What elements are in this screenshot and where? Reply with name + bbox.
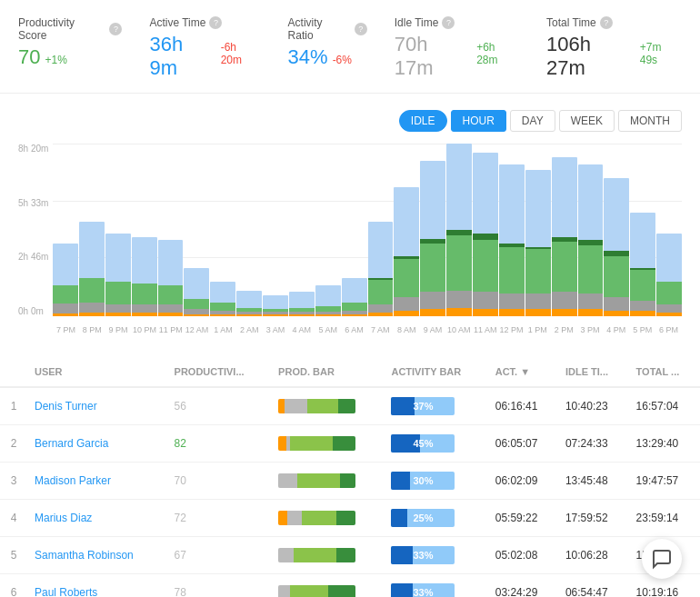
pb-green-light <box>290 436 333 451</box>
activity-bar: 45% <box>391 434 455 453</box>
chat-button[interactable] <box>642 539 682 579</box>
col-total-time: TOTAL ... <box>629 357 700 387</box>
x-label: 1 AM <box>210 321 236 343</box>
x-label: 10 PM <box>131 321 157 343</box>
productivity-label: Productivity Score <box>18 16 105 42</box>
activity-pct: 45% <box>413 438 433 449</box>
col-activity-bar: ACTIVITY BAR <box>384 357 487 387</box>
x-label: 4 AM <box>288 321 315 343</box>
user-name[interactable]: Marius Diaz <box>27 500 167 537</box>
bar-group <box>368 144 394 316</box>
pb-gray <box>285 399 308 413</box>
activity-pct: 30% <box>413 475 433 486</box>
table-row: 6 Paul Roberts 78 33% 03:24:29 06:54:47 … <box>0 574 700 598</box>
x-label: 7 AM <box>367 321 394 343</box>
row-num: 6 <box>0 574 27 598</box>
user-name[interactable]: Denis Turner <box>27 387 167 425</box>
total-time-help-icon[interactable]: ? <box>600 16 613 29</box>
stat-activity-ratio: Activity Ratio ? 34% -6% <box>288 16 367 80</box>
bar-stack <box>289 292 315 316</box>
hour-button[interactable]: HOUR <box>451 110 506 132</box>
stat-active-time: Active Time ? 36h 9m -6h 20m <box>149 16 260 80</box>
x-label: 11 AM <box>472 321 498 343</box>
day-button[interactable]: DAY <box>510 110 555 132</box>
active-time-delta: -6h 20m <box>221 41 261 66</box>
activity-pct: 37% <box>413 401 433 412</box>
prod-bar-cell <box>271 500 384 537</box>
bar-group <box>184 144 209 316</box>
y-label-mid2: 2h 46m <box>18 252 50 262</box>
prod-bar-cell <box>271 463 384 500</box>
bar-group <box>446 144 472 316</box>
week-button[interactable]: WEEK <box>559 110 615 132</box>
bar-stack <box>473 153 498 317</box>
bar-stack <box>184 268 209 316</box>
col-num <box>0 357 27 387</box>
activity-bar: 25% <box>391 509 455 527</box>
x-label: 2 AM <box>236 321 263 343</box>
user-name[interactable]: Bernard Garcia <box>27 425 167 463</box>
idle-time-help-icon[interactable]: ? <box>442 16 455 29</box>
bar-group <box>394 144 419 316</box>
pb-gray <box>278 585 290 597</box>
bar-group <box>604 144 629 316</box>
active-time-help-icon[interactable]: ? <box>209 16 222 29</box>
row-num: 4 <box>0 500 27 537</box>
activity-bar-cell: 33% <box>384 574 487 598</box>
activity-bar: 33% <box>391 583 455 597</box>
activity-bar: 30% <box>391 472 455 490</box>
bar-group <box>499 144 525 316</box>
user-name[interactable]: Samantha Robinson <box>27 537 167 574</box>
total-time-cell: 19:47:57 <box>629 463 700 500</box>
table-row: 4 Marius Diaz 72 25% 05:59:22 17:59:52 2… <box>0 500 700 537</box>
bar-group <box>210 144 235 316</box>
stats-header: Productivity Score ? 70 +1% Active Time … <box>0 0 700 94</box>
bar-stack <box>236 291 262 317</box>
pb-green-light <box>294 548 336 562</box>
activity-ratio-help-icon[interactable]: ? <box>355 23 367 35</box>
x-label: 7 PM <box>53 321 79 343</box>
table-row: 1 Denis Turner 56 37% 06:16:41 10:40:23 … <box>0 387 700 425</box>
idle-toggle-button[interactable]: IDLE <box>399 110 447 132</box>
bar-stack <box>79 222 105 317</box>
row-num: 2 <box>0 425 27 463</box>
x-label: 4 PM <box>603 321 629 343</box>
col-idle-time: IDLE TI... <box>558 357 629 387</box>
table-body: 1 Denis Turner 56 37% 06:16:41 10:40:23 … <box>0 387 700 597</box>
bar-stack <box>446 144 472 316</box>
x-label: 9 PM <box>105 321 132 343</box>
pb-gray <box>278 473 297 488</box>
bar-group <box>656 144 682 316</box>
idle-time-delta: +6h 28m <box>476 41 519 66</box>
activity-ratio-delta: -6% <box>333 54 352 66</box>
x-label: 5 AM <box>315 321 341 343</box>
productivity-score: 78 <box>167 574 272 598</box>
pb-green-light <box>302 511 336 525</box>
pb-green-dark <box>333 436 356 451</box>
productivity-help-icon[interactable]: ? <box>109 23 122 35</box>
bar-group <box>552 144 577 316</box>
bar-group <box>630 144 655 316</box>
activity-ratio-label: Activity Ratio <box>288 16 351 42</box>
x-label: 9 AM <box>420 321 446 343</box>
productivity-delta: +1% <box>45 54 66 66</box>
user-name[interactable]: Madison Parker <box>27 463 167 500</box>
prod-bar <box>278 585 355 597</box>
activity-ratio-value: 34% <box>288 45 328 69</box>
month-button[interactable]: MONTH <box>618 110 682 132</box>
prod-bar <box>278 511 355 525</box>
bar-stack <box>105 234 131 316</box>
row-num: 5 <box>0 537 27 574</box>
bar-group <box>473 144 498 316</box>
row-num: 3 <box>0 463 27 500</box>
productivity-score: 72 <box>167 500 272 537</box>
bar-group <box>158 144 184 316</box>
bar-stack <box>630 213 655 316</box>
user-name[interactable]: Paul Roberts <box>27 574 167 598</box>
pb-orange <box>278 511 287 525</box>
productivity-score: 67 <box>167 537 272 574</box>
x-label: 12 AM <box>184 321 210 343</box>
activity-pct: 33% <box>413 550 433 561</box>
pb-green-light <box>290 585 329 597</box>
bar-stack <box>578 164 604 316</box>
